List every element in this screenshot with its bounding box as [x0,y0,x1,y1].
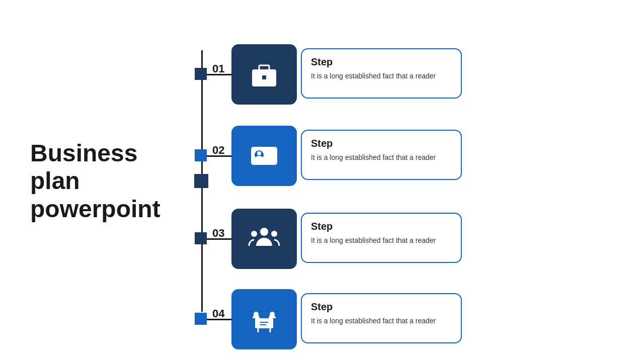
step-number-4: 04 [212,307,224,320]
icon-box-3 [231,209,297,269]
step-number-3: 03 [212,227,224,240]
step-number-2: 02 [212,144,224,157]
tree-container: 01 Step It is a long [171,20,644,342]
svg-rect-2 [262,75,266,79]
page-container: Business plan powerpoint 01 [0,0,644,362]
meeting-icon [248,303,280,335]
svg-point-10 [251,231,257,237]
main-title: Business plan powerpoint [30,139,171,223]
briefcase-icon [248,58,280,90]
title-area: Business plan powerpoint [0,139,171,223]
branch-node-2 [195,149,207,161]
svg-point-9 [260,228,268,236]
text-card-1: Step It is a long established fact that … [301,48,462,99]
step-title-3: Step [311,221,452,232]
step-desc-3: It is a long established fact that a rea… [311,235,452,246]
branch-node-4 [195,313,207,325]
icon-box-2 [231,126,297,186]
text-card-2: Step It is a long established fact that … [301,130,462,180]
branch-node-3 [195,232,207,244]
svg-rect-12 [255,318,273,328]
center-node [194,174,208,188]
step-desc-2: It is a long established fact that a rea… [311,152,452,163]
branches: 01 Step It is a long [171,20,644,342]
step-title-4: Step [311,301,452,313]
team-icon [248,223,280,255]
icon-box-1 [231,44,297,105]
svg-point-5 [257,151,261,155]
step-title-2: Step [311,138,452,149]
step-title-1: Step [311,56,452,68]
svg-point-11 [271,231,277,237]
text-card-3: Step It is a long established fact that … [301,213,462,263]
step-desc-4: It is a long established fact that a rea… [311,316,452,326]
title-line1: Business plan [30,140,137,194]
step-desc-1: It is a long established fact that a rea… [311,71,452,81]
step-number-1: 01 [212,62,224,75]
id-card-icon [248,140,280,172]
title-line2: powerpoint [30,196,160,222]
branch-node-1 [195,68,207,80]
content-area: 01 Step It is a long [171,0,644,362]
text-card-4: Step It is a long established fact that … [301,293,462,343]
icon-box-4 [231,289,297,349]
